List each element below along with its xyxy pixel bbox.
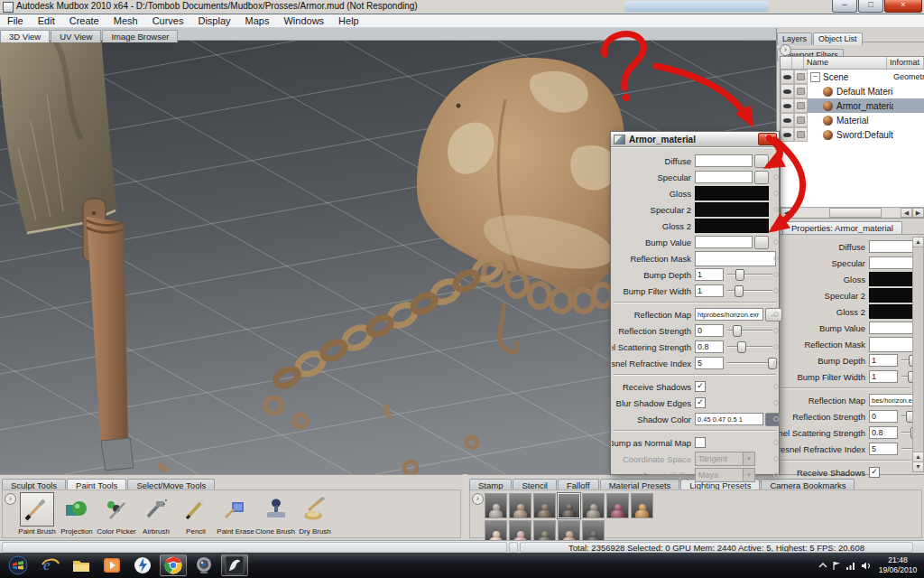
- bump-value-swatch-button[interactable]: [754, 236, 769, 249]
- fresnel-scattering-strength-input[interactable]: [869, 426, 898, 439]
- lock-toggle[interactable]: [794, 98, 808, 113]
- reflection-strength-slider-thumb[interactable]: [733, 325, 742, 337]
- menu-windows[interactable]: Windows: [276, 15, 331, 26]
- scroll-up-button-2[interactable]: ▲: [913, 452, 923, 461]
- bump-value-input[interactable]: [695, 236, 753, 248]
- bump-depth-input[interactable]: [695, 268, 724, 281]
- tool-dry-brush[interactable]: Dry Brush: [295, 492, 335, 536]
- collapse-tray-button[interactable]: ›: [472, 493, 484, 505]
- lighting-preset-thumbnail[interactable]: [509, 493, 531, 518]
- fresnel-scattering-strength-slider[interactable]: [727, 341, 772, 352]
- scroll-track[interactable]: [792, 208, 901, 218]
- panel-tab-layers[interactable]: Layers: [777, 33, 812, 45]
- reflection-strength-input[interactable]: [869, 410, 898, 423]
- diffuse-input[interactable]: [695, 154, 753, 167]
- lock-toggle[interactable]: [794, 70, 808, 84]
- visibility-toggle[interactable]: [781, 70, 794, 84]
- tool-pencil[interactable]: Pencil: [176, 492, 216, 536]
- blur-shadow-edges-checkbox[interactable]: ✓: [695, 397, 706, 408]
- lighting-preset-thumbnail[interactable]: [582, 493, 605, 518]
- lock-toggle[interactable]: [794, 127, 808, 142]
- object-row-sword-default-mat[interactable]: Sword:Default Mat...: [781, 127, 924, 142]
- network-icon[interactable]: [845, 561, 856, 571]
- gloss-2-gradient-bar[interactable]: [695, 219, 769, 233]
- scroll-thumb[interactable]: [829, 208, 882, 218]
- reflection-mask-input[interactable]: [695, 251, 776, 266]
- panel-tab-object-list[interactable]: Object List: [813, 33, 863, 45]
- information-column-header[interactable]: Informat: [887, 57, 924, 69]
- name-column-header[interactable]: Name: [804, 57, 887, 69]
- bump-filter-width-input[interactable]: [869, 370, 898, 383]
- scroll-left-button[interactable]: ◀: [781, 208, 792, 218]
- dialog-title-bar[interactable]: Armor_material ✕: [611, 132, 779, 147]
- lock-toggle[interactable]: [794, 84, 808, 98]
- lighting-preset-thumbnail[interactable]: [558, 493, 580, 518]
- object-list-horizontal-scrollbar[interactable]: ◀ ◀ ▶: [781, 207, 924, 218]
- dialog-close-button[interactable]: ✕: [758, 133, 777, 145]
- taskbar-icon-internet-explorer[interactable]: e: [37, 555, 64, 576]
- menu-file[interactable]: File: [0, 15, 31, 26]
- bump-depth-slider[interactable]: [727, 269, 772, 280]
- minimize-button[interactable]: –: [832, 0, 857, 13]
- shadow-color-input[interactable]: [695, 413, 763, 425]
- specular-input[interactable]: [695, 171, 753, 183]
- reflection-strength-slider[interactable]: [727, 325, 772, 336]
- menu-help[interactable]: Help: [331, 15, 366, 26]
- lock-toggle[interactable]: [794, 113, 808, 127]
- maximize-button[interactable]: □: [858, 0, 883, 13]
- taskbar-icon-chrome[interactable]: [160, 555, 187, 576]
- viewport-tab-3d-view[interactable]: 3D View: [0, 30, 50, 42]
- specular-2-gradient-bar[interactable]: [695, 202, 769, 217]
- close-button[interactable]: ×: [884, 0, 922, 13]
- action-center-flag-icon[interactable]: [832, 561, 841, 571]
- tool-clone-brush[interactable]: Clone Brush: [255, 492, 295, 536]
- display-bump-as-normal-map-checkbox[interactable]: [695, 437, 706, 448]
- bump-filter-width-slider[interactable]: [727, 285, 772, 296]
- fresnel-refractive-index-slider-thumb[interactable]: [768, 358, 777, 369]
- tray-expand-icon[interactable]: [818, 561, 827, 570]
- collapse-tools-button[interactable]: ›: [5, 493, 16, 505]
- visibility-toggle[interactable]: [781, 98, 794, 113]
- reflection-map-input[interactable]: [695, 308, 763, 321]
- receive-shadows-checkbox[interactable]: ✓: [869, 467, 880, 478]
- menu-display[interactable]: Display: [190, 15, 237, 26]
- fresnel-scattering-strength-input[interactable]: [695, 340, 724, 353]
- object-row-armor-material[interactable]: Armor_material: [781, 98, 924, 113]
- menu-mesh[interactable]: Mesh: [106, 15, 145, 26]
- shadow-color-swatch-button[interactable]: [765, 413, 780, 426]
- tool-color-picker[interactable]: Color Picker: [97, 492, 136, 536]
- specular-swatch-button[interactable]: [754, 171, 769, 184]
- taskbar-icon-mudbox[interactable]: [221, 555, 248, 576]
- object-row-scene[interactable]: −SceneGeometr: [781, 70, 924, 84]
- object-row-material[interactable]: Material: [781, 113, 924, 127]
- scroll-up-button[interactable]: ▲: [913, 238, 923, 247]
- taskbar-icon-explorer-folder[interactable]: [68, 555, 95, 576]
- fresnel-scattering-strength-slider-thumb[interactable]: [737, 341, 746, 353]
- scroll-right-button[interactable]: ▶: [912, 208, 924, 218]
- properties-scrollbar[interactable]: ▲ ▲ ▼: [912, 237, 924, 472]
- tool-paint-erase[interactable]: Paint Erase: [216, 492, 255, 536]
- viewport-tab-uv-view[interactable]: UV View: [51, 30, 101, 42]
- lighting-preset-thumbnail[interactable]: [485, 493, 507, 518]
- taskbar-icon-webcam[interactable]: [190, 555, 217, 576]
- bump-filter-width-input[interactable]: [695, 284, 724, 297]
- taskbar-clock[interactable]: 21:48 19/06/2010: [873, 555, 922, 576]
- fresnel-refractive-index-slider[interactable]: [727, 358, 772, 368]
- tool-projection[interactable]: Projection: [57, 492, 97, 536]
- object-row-default-material[interactable]: Default Material: [781, 84, 924, 98]
- diffuse-swatch-button[interactable]: [754, 154, 769, 168]
- scroll-down-button[interactable]: ▼: [913, 461, 923, 471]
- taskbar-icon-start[interactable]: [3, 555, 33, 576]
- fresnel-refractive-index-input[interactable]: [695, 357, 724, 369]
- lighting-preset-thumbnail[interactable]: [631, 493, 653, 518]
- gloss-gradient-bar[interactable]: [695, 186, 769, 200]
- menu-edit[interactable]: Edit: [31, 15, 62, 26]
- bump-depth-slider-thumb[interactable]: [735, 269, 744, 281]
- volume-icon[interactable]: [861, 561, 872, 571]
- receive-shadows-checkbox[interactable]: ✓: [695, 381, 706, 392]
- lighting-preset-thumbnail[interactable]: [606, 493, 629, 518]
- menu-curves[interactable]: Curves: [145, 15, 191, 26]
- taskbar-icon-daemon-tools[interactable]: [129, 555, 156, 576]
- tree-expander[interactable]: −: [810, 72, 820, 82]
- visibility-toggle[interactable]: [781, 113, 794, 127]
